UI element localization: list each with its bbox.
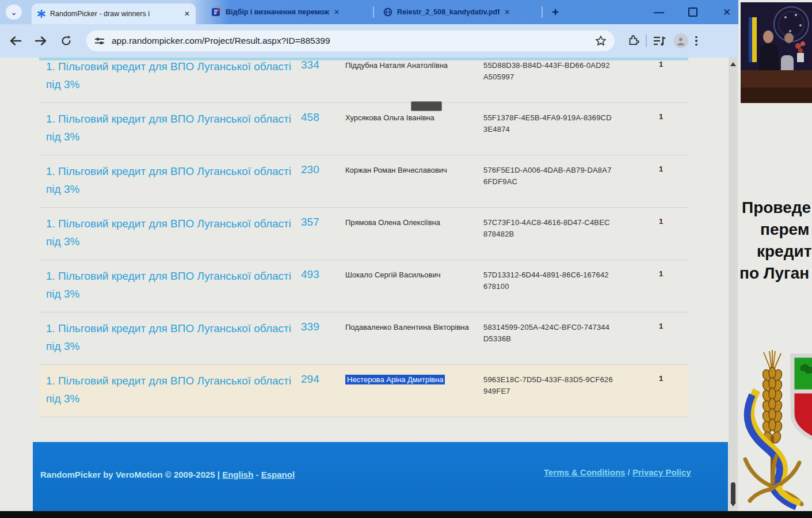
footer-brand: RandomPicker by VeroMotion © 2009-2025 |… <box>40 470 295 479</box>
entry-code-cell: 55F1378F-4E5B-4FA9-919A-8369CD3E4874 <box>475 103 647 155</box>
browser-menu-button[interactable] <box>695 36 697 46</box>
copyright-text: RandomPicker by VeroMotion © 2009-2025 | <box>40 470 222 479</box>
project-cell: 1. Пільговий кредит для ВПО Луганської о… <box>39 313 292 364</box>
browser-window: ⌄ RandomPicker - draw winners i ✕ Відбір… <box>0 0 738 511</box>
sidebar-icon[interactable] <box>653 35 666 47</box>
scroll-up-icon[interactable] <box>730 62 736 66</box>
person-icon <box>676 36 685 45</box>
bookmark-star-icon[interactable] <box>595 35 607 47</box>
ticket-number: 458 <box>292 103 337 155</box>
english-link[interactable]: English <box>222 470 253 479</box>
entry-code: 58314599-205A-424C-BFC0-747344D5336B <box>483 322 613 345</box>
extensions-icon[interactable] <box>627 35 640 47</box>
winner-name: Піддубна Наталя Анатоліївна <box>337 58 475 102</box>
window-close-button[interactable]: ✕ <box>714 0 740 24</box>
table-row: 1. Пільговий кредит для ВПО Луганської о… <box>39 313 688 365</box>
project-cell: 1. Пільговий кредит для ВПО Луганської о… <box>39 365 292 417</box>
tab-randompicker[interactable]: RandomPicker - draw winners i ✕ <box>32 3 196 24</box>
browser-toolbar: app.randompicker.com/Project/Result.aspx… <box>0 24 738 58</box>
tab-search-button[interactable]: ⌄ <box>6 5 22 20</box>
globe-favicon-icon <box>383 7 392 17</box>
scrollbar[interactable] <box>729 58 738 511</box>
wins-count: 1 <box>647 260 680 312</box>
entry-code: 55D88D38-B84D-443F-BD66-0AD92A505997 <box>483 60 613 83</box>
forward-arrow-icon <box>35 36 47 46</box>
url-text[interactable]: app.randompicker.com/Project/Result.aspx… <box>112 36 588 46</box>
tab-vidbir[interactable]: Відбір і визначення перемож ✕ <box>207 0 368 24</box>
slide-title-line: кредит <box>738 241 812 262</box>
entry-code-cell: 576F5E1D-A006-4DAB-AB79-DA8A76FDF9AC <box>475 155 647 207</box>
ticket-number: 493 <box>292 260 337 312</box>
entry-code-cell: 55D88D38-B84D-443F-BD66-0AD92A505997 <box>475 58 647 102</box>
legal-separator: / <box>625 467 632 477</box>
slide-title-line: перем <box>738 219 812 241</box>
coat-of-arms-icon <box>741 350 812 513</box>
tab-strip: ⌄ RandomPicker - draw winners i ✕ Відбір… <box>0 0 738 24</box>
forward-button[interactable] <box>31 31 51 51</box>
site-info-icon[interactable] <box>94 36 105 45</box>
back-button[interactable] <box>6 31 25 51</box>
project-cell: 1. Пільговий кредит для ВПО Луганської о… <box>39 155 292 207</box>
wins-count: 1 <box>647 313 680 364</box>
winner-name: Шокало Сергій Васильович <box>337 260 475 312</box>
winner-name: Прямова Олена Олексіївна <box>337 208 475 260</box>
table-row: 1. Пільговий кредит для ВПО Луганської о… <box>39 208 688 260</box>
wins-count: 1 <box>647 103 680 155</box>
tab-close-icon[interactable]: ✕ <box>334 8 340 16</box>
scrollbar-thumb[interactable] <box>731 482 735 504</box>
new-tab-button[interactable]: + <box>548 5 563 20</box>
ticket-number: 357 <box>292 208 337 260</box>
screen-bezel <box>0 511 812 518</box>
entry-code: 5963E18C-7D5D-433F-83D5-9CF626949FE7 <box>483 374 613 397</box>
toolbar-right-icons <box>627 31 704 51</box>
address-bar[interactable]: app.randompicker.com/Project/Result.aspx… <box>86 31 615 51</box>
reload-icon <box>60 35 72 47</box>
project-cell: 1. Пільговий кредит для ВПО Луганської о… <box>39 208 292 260</box>
entry-code-cell: 58314599-205A-424C-BFC0-747344D5336B <box>475 313 647 364</box>
wins-count: 1 <box>647 155 680 207</box>
ticket-number: 230 <box>292 155 337 207</box>
entry-code: 57C73F10-4AC8-4616-8D47-C4BEC878482B <box>483 217 613 240</box>
slide-title: Проведе перем кредит по Луган <box>738 197 812 284</box>
profile-avatar[interactable] <box>673 33 688 48</box>
window-minimize-button[interactable]: — <box>646 0 672 24</box>
ticket-number: 339 <box>292 313 337 364</box>
slide-title-line: по Луган <box>738 262 812 284</box>
entry-code-cell: 57C73F10-4AC8-4616-8D47-C4BEC878482B <box>475 208 647 260</box>
wins-count: 1 <box>647 208 680 260</box>
presentation-slide: Проведе перем кредит по Луган <box>738 0 812 511</box>
results-page: 1. Пільговий кредит для ВПО Луганської о… <box>0 58 738 442</box>
table-row: 1. Пільговий кредит для ВПО Луганської о… <box>39 155 688 208</box>
footer-area: RandomPicker by VeroMotion © 2009-2025 |… <box>0 442 738 511</box>
tab-separator <box>373 6 374 18</box>
terms-link[interactable]: Terms & Conditions <box>544 467 625 477</box>
tab-close-icon[interactable]: ✕ <box>184 10 190 18</box>
asterisk-favicon-icon <box>37 10 45 18</box>
privacy-link[interactable]: Privacy Policy <box>632 467 691 477</box>
lang-separator: - <box>253 470 261 479</box>
tab-title: RandomPicker - draw winners i <box>50 10 180 18</box>
espanol-link[interactable]: Espanol <box>261 470 295 479</box>
entry-code-cell: 5963E18C-7D5D-433F-83D5-9CF626949FE7 <box>475 365 647 417</box>
video-thumbnail <box>741 2 812 103</box>
back-arrow-icon <box>9 36 22 46</box>
winner-name: Хурсякова Ольга Іванівна <box>337 103 475 155</box>
maximize-icon <box>688 7 697 17</box>
table-row: 1. Пільговий кредит для ВПО Луганської о… <box>39 365 688 417</box>
wins-count: 1 <box>647 58 680 102</box>
table-row: 1. Пільговий кредит для ВПО Луганської о… <box>39 103 688 155</box>
tab-close-icon[interactable]: ✕ <box>504 8 510 16</box>
ticket-number: 294 <box>292 365 337 417</box>
tab-title: Відбір і визначення перемож <box>226 8 329 16</box>
footer-legal: Terms & Conditions / Privacy Policy <box>544 467 691 477</box>
winner-name: Коржан Роман Вячеславович <box>337 155 475 207</box>
scroll-down-icon[interactable] <box>730 502 736 506</box>
project-cell: 1. Пільговий кредит для ВПО Луганської о… <box>39 260 292 312</box>
entry-code: 57D13312-6D44-4891-86C6-167642678100 <box>483 269 613 292</box>
app-favicon-icon <box>212 7 221 17</box>
tab-pdf[interactable]: Reiestr_2_508_kandydativ.pdf ✕ <box>379 0 539 24</box>
reload-button[interactable] <box>56 31 76 51</box>
page-footer: RandomPicker by VeroMotion © 2009-2025 |… <box>33 442 728 511</box>
wins-count: 1 <box>647 365 680 417</box>
window-maximize-button[interactable] <box>680 0 706 24</box>
